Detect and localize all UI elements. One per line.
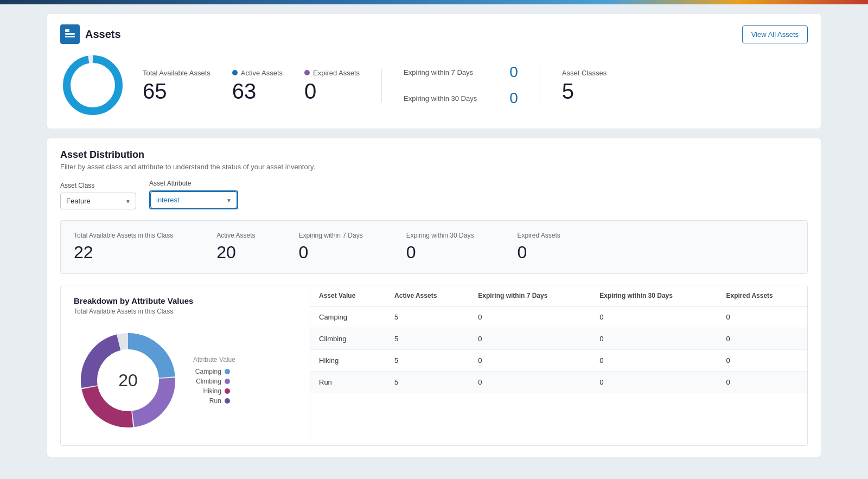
- expired-assets-label-row: Expired Assets: [304, 69, 360, 77]
- view-all-assets-button[interactable]: View All Assets: [742, 25, 808, 43]
- asset-classes-metric: Asset Classes 5: [562, 69, 607, 102]
- asset-attribute-select-wrapper[interactable]: interest category type: [149, 190, 238, 209]
- asset-class-label: Asset Class: [60, 182, 136, 189]
- cell-exp30: 0: [591, 306, 717, 328]
- svg-rect-1: [65, 33, 75, 35]
- legend-climbing: Climbing: [195, 378, 230, 385]
- expiring-30-row: Expiring within 30 Days 0: [404, 90, 518, 107]
- table-row: Climbing 5 0 0 0: [310, 328, 807, 350]
- col-expired: Expired Assets: [718, 285, 808, 306]
- cell-expired: 0: [718, 328, 808, 350]
- climbing-dot-icon: [225, 379, 230, 384]
- legend-climbing-label: Climbing: [196, 378, 221, 385]
- expiring-metrics-group: Expiring within 7 Days 0 Expiring within…: [404, 63, 540, 107]
- active-dot-icon: [232, 70, 238, 75]
- total-available-value: 65: [143, 80, 210, 102]
- class-expired-value: 0: [517, 242, 560, 263]
- expiring-30-label: Expiring within 30 Days: [404, 94, 477, 103]
- asset-classes-label: Asset Classes: [562, 69, 607, 77]
- total-available-metric: Total Available Assets 65: [143, 69, 210, 102]
- table-header-row: Asset Value Active Assets Expiring withi…: [310, 285, 807, 306]
- cell-active: 5: [386, 350, 469, 372]
- distribution-title: Asset Distribution: [60, 149, 808, 161]
- legend-run: Run: [195, 397, 230, 405]
- class-active-label: Active Assets: [216, 232, 255, 239]
- cell-asset-value: Camping: [310, 306, 386, 328]
- cell-asset-value: Hiking: [310, 350, 386, 372]
- class-exp30-label: Expiring within 30 Days: [406, 232, 474, 239]
- legend-hiking-label: Hiking: [203, 387, 221, 395]
- cell-exp7: 0: [469, 328, 591, 350]
- class-total-label: Total Available Assets in this Class: [74, 232, 173, 239]
- assets-metrics: Total Available Assets 65 Active Assets …: [60, 53, 808, 118]
- breakdown-subtitle: Total Available Assets in this Class: [74, 308, 297, 315]
- table-row: Camping 5 0 0 0: [310, 306, 807, 328]
- cell-active: 5: [386, 372, 469, 393]
- asset-attribute-label: Asset Attribute: [149, 180, 238, 187]
- cell-exp7: 0: [469, 306, 591, 328]
- breakdown-table: Asset Value Active Assets Expiring withi…: [310, 285, 807, 393]
- donut-center-value: 20: [118, 371, 138, 391]
- active-assets-value: 63: [232, 80, 283, 102]
- assets-card: Assets View All Assets Total Available A…: [47, 13, 821, 129]
- legend-list: Camping Climbing Hiking: [195, 368, 230, 405]
- run-dot-icon: [225, 398, 230, 404]
- table-row: Hiking 5 0 0 0: [310, 350, 807, 372]
- assets-icon: [60, 24, 80, 44]
- legend-hiking: Hiking: [195, 387, 230, 395]
- hiking-dot-icon: [225, 388, 230, 394]
- asset-classes-value: 5: [562, 80, 607, 102]
- table-row: Run 5 0 0 0: [310, 372, 807, 393]
- class-exp7-value: 0: [299, 242, 363, 263]
- cell-exp7: 0: [469, 350, 591, 372]
- chart-panel: Breakdown by Attribute Values Total Avai…: [61, 285, 310, 445]
- asset-class-select-wrapper[interactable]: Feature Layer Map: [60, 193, 136, 209]
- col-asset-value: Asset Value: [310, 285, 386, 306]
- legend-camping: Camping: [195, 368, 230, 375]
- class-active-stat: Active Assets 20: [216, 232, 255, 263]
- class-exp7-label: Expiring within 7 Days: [299, 232, 363, 239]
- active-assets-label-row: Active Assets: [232, 69, 283, 77]
- class-stats-row: Total Available Assets in this Class 22 …: [60, 220, 808, 274]
- cell-asset-value: Climbing: [310, 328, 386, 350]
- cell-expired: 0: [718, 372, 808, 393]
- active-assets-label: Active Assets: [241, 69, 283, 77]
- distribution-card: Asset Distribution Filter by asset class…: [47, 138, 821, 457]
- legend-title: Attribute Value: [193, 356, 235, 363]
- class-exp30-value: 0: [406, 242, 474, 263]
- expiring-7-value: 0: [509, 63, 518, 81]
- expired-dot-icon: [304, 70, 310, 75]
- col-exp-7: Expiring within 7 Days: [469, 285, 591, 306]
- class-exp7-stat: Expiring within 7 Days 0: [299, 232, 363, 263]
- svg-rect-0: [65, 29, 69, 32]
- class-expired-label: Expired Assets: [517, 232, 560, 239]
- class-active-value: 20: [216, 242, 255, 263]
- class-total-stat: Total Available Assets in this Class 22: [74, 232, 173, 263]
- cell-exp30: 0: [591, 328, 717, 350]
- class-total-value: 22: [74, 242, 173, 263]
- total-available-label: Total Available Assets: [143, 69, 210, 77]
- cell-expired: 0: [718, 350, 808, 372]
- cell-active: 5: [386, 306, 469, 328]
- asset-class-select[interactable]: Feature Layer Map: [60, 193, 136, 209]
- active-assets-metric: Active Assets 63: [232, 69, 283, 102]
- legend-camping-label: Camping: [195, 368, 221, 375]
- cell-active: 5: [386, 328, 469, 350]
- assets-header: Assets View All Assets: [60, 24, 808, 44]
- expired-assets-label: Expired Assets: [313, 69, 360, 77]
- col-exp-30: Expiring within 30 Days: [591, 285, 717, 306]
- asset-attribute-select[interactable]: interest category type: [150, 191, 237, 208]
- expired-assets-metric: Expired Assets 0: [304, 69, 360, 102]
- breakdown-table-panel: Asset Value Active Assets Expiring withi…: [310, 285, 807, 445]
- class-expired-stat: Expired Assets 0: [517, 232, 560, 263]
- expiring-7-row: Expiring within 7 Days 0: [404, 63, 518, 81]
- cell-expired: 0: [718, 306, 808, 328]
- assets-title-row: Assets: [60, 24, 121, 44]
- cell-asset-value: Run: [310, 372, 386, 393]
- svg-point-4: [67, 59, 119, 111]
- asset-attribute-filter: Asset Attribute interest category type: [149, 180, 238, 209]
- asset-class-filter: Asset Class Feature Layer Map: [60, 182, 136, 209]
- expiring-7-label: Expiring within 7 Days: [404, 68, 473, 76]
- chart-legend: Attribute Value Camping Climbing: [193, 356, 235, 405]
- legend-run-label: Run: [209, 397, 221, 405]
